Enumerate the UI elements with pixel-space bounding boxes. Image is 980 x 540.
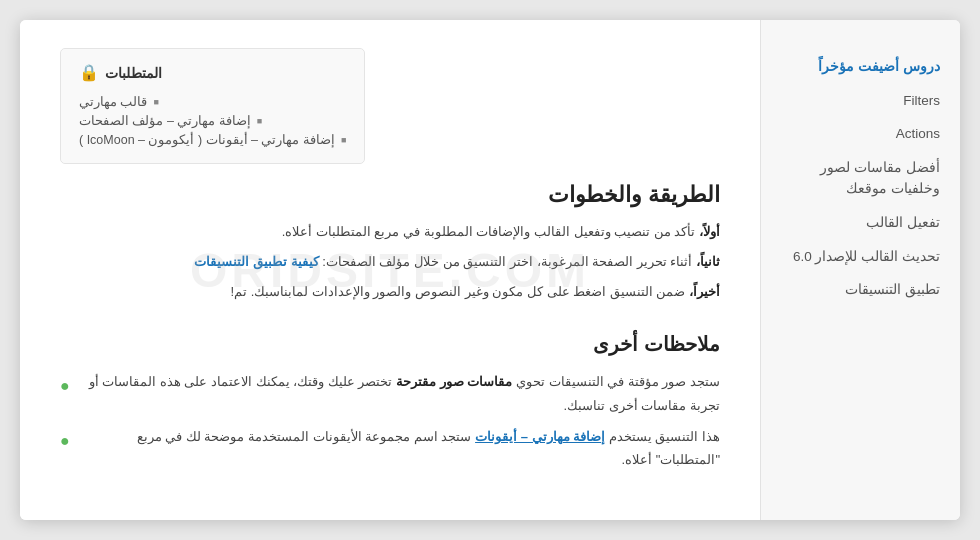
sidebar-item-recent[interactable]: دروس أضيفت مؤخراً — [761, 50, 960, 84]
notes-title: ملاحظات أخرى — [60, 332, 720, 356]
sidebar-item-actions[interactable]: Actions — [761, 117, 960, 151]
bullet-icon: ● — [60, 372, 70, 401]
sidebar: دروس أضيفت مؤخراً Filters Actions أفضل م… — [760, 20, 960, 520]
requirement-item: إضافة مهارتي – مؤلف الصفحات — [79, 111, 346, 130]
method-title: الطريقة والخطوات — [60, 182, 720, 208]
sidebar-item-filters[interactable]: Filters — [761, 84, 960, 118]
note-item-1: ستجد صور مؤقتة في التنسيقات تحوي مقاسات … — [60, 366, 720, 421]
requirement-item: قالب مهارتي — [79, 92, 346, 111]
lock-icon: 🔒 — [79, 63, 99, 82]
sidebar-item-activate[interactable]: تفعيل القالب — [761, 206, 960, 240]
step-3: أخيراً، ضمن التنسيق اضغط على كل مكون وغي… — [60, 280, 720, 304]
notes-list: ستجد صور مؤقتة في التنسيقات تحوي مقاسات … — [60, 366, 720, 476]
bullet-icon: ● — [60, 427, 70, 456]
apply-formats-link[interactable]: كيفية تطبيق التنسيقات — [194, 254, 318, 269]
icons-plugin-link[interactable]: إضافة مهارتي – أيقونات — [475, 429, 605, 444]
requirements-box: المتطلبات 🔒 قالب مهارتي إضافة مهارتي – م… — [60, 48, 365, 164]
notes-section: ملاحظات أخرى ستجد صور مؤقتة في التنسيقات… — [60, 332, 720, 476]
requirement-item: إضافة مهارتي – أيقونات ( أيكومون – IcoMo… — [79, 130, 346, 149]
sidebar-item-formats[interactable]: تطبيق التنسيقات — [761, 273, 960, 307]
step-2: ثانياً، أثناء تحرير الصفحة المرغوبة، اخت… — [60, 250, 720, 274]
step-1: أولاً، تأكد من تنصيب وتفعيل القالب والإض… — [60, 220, 720, 244]
requirements-list: قالب مهارتي إضافة مهارتي – مؤلف الصفحات … — [79, 92, 346, 149]
note-item-2: هذا التنسيق يستخدم إضافة مهارتي – أيقونا… — [60, 421, 720, 476]
sidebar-item-sizes[interactable]: أفضل مقاسات لصور وخلفيات موقعك — [761, 151, 960, 206]
requirements-title: المتطلبات 🔒 — [79, 63, 346, 82]
sidebar-item-update[interactable]: تحديث القالب للإصدار 6.0 — [761, 240, 960, 274]
main-content: ORIDSITE.COM المتطلبات 🔒 قالب مهارتي إضا… — [20, 20, 760, 520]
